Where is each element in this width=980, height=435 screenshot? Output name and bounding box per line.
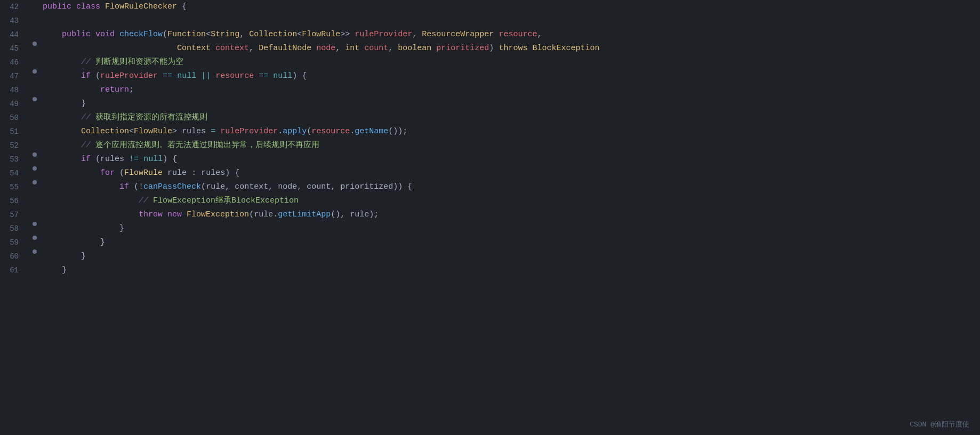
line-number-52: 52: [0, 139, 29, 152]
code-line-46: 46 // 判断规则和资源不能为空: [0, 55, 980, 69]
code-editor: 42 public class FlowRuleChecker { 43 44 …: [0, 0, 980, 277]
line-number-50: 50: [0, 111, 29, 125]
line-content-54: for (FlowRule rule : rules) {: [40, 166, 980, 180]
code-line-54: 54 for (FlowRule rule : rules) {: [0, 166, 980, 180]
gutter-55: [29, 180, 40, 184]
gutter-53: [29, 152, 40, 157]
code-line-43: 43: [0, 14, 980, 28]
code-line-60: 60 }: [0, 249, 980, 263]
line-number-42: 42: [0, 0, 29, 14]
line-number-53: 53: [0, 152, 29, 166]
line-content-45: Context context, DefaultNode node, int c…: [40, 42, 980, 55]
gutter-49: [29, 97, 40, 101]
line-number-51: 51: [0, 125, 29, 139]
line-number-47: 47: [0, 69, 29, 83]
line-content-60: }: [40, 249, 980, 263]
code-line-56: 56 // FlowException继承BlockException: [0, 194, 980, 208]
line-content-42: public class FlowRuleChecker {: [40, 0, 980, 14]
line-number-58: 58: [0, 222, 29, 236]
line-number-45: 45: [0, 42, 29, 55]
code-line-44: 44 public void checkFlow(Function<String…: [0, 28, 980, 42]
code-line-61: 61 }: [0, 263, 980, 277]
line-number-56: 56: [0, 194, 29, 208]
line-content-48: return;: [40, 83, 980, 97]
line-content-52: // 逐个应用流控规则。若无法通过则抛出异常，后续规则不再应用: [40, 139, 980, 152]
line-content-51: Collection<FlowRule> rules = ruleProvide…: [40, 125, 980, 139]
line-number-44: 44: [0, 28, 29, 42]
gutter-59: [29, 236, 40, 240]
gutter-45: [29, 42, 40, 46]
line-content-58: }: [40, 222, 980, 236]
code-line-51: 51 Collection<FlowRule> rules = ruleProv…: [0, 125, 980, 139]
code-line-45: 45 Context context, DefaultNode node, in…: [0, 42, 980, 55]
line-content-47: if (ruleProvider == null || resource == …: [40, 69, 980, 83]
line-content-57: throw new FlowException(rule.getLimitApp…: [40, 208, 980, 222]
line-number-61: 61: [0, 263, 29, 277]
line-content-49: }: [40, 97, 980, 111]
gutter-58: [29, 222, 40, 226]
code-line-48: 48 return;: [0, 83, 980, 97]
code-line-55: 55 if (!canPassCheck(rule, context, node…: [0, 180, 980, 194]
line-number-46: 46: [0, 55, 29, 69]
line-number-55: 55: [0, 180, 29, 194]
gutter-60: [29, 249, 40, 254]
line-content-56: // FlowException继承BlockException: [40, 194, 980, 208]
line-number-43: 43: [0, 14, 29, 28]
line-number-60: 60: [0, 249, 29, 263]
code-line-52: 52 // 逐个应用流控规则。若无法通过则抛出异常，后续规则不再应用: [0, 139, 980, 152]
code-line-47: 47 if (ruleProvider == null || resource …: [0, 69, 980, 83]
line-content-46: // 判断规则和资源不能为空: [40, 55, 980, 69]
code-line-50: 50 // 获取到指定资源的所有流控规则: [0, 111, 980, 125]
watermark-text: CSDN @渔阳节度使: [910, 420, 969, 431]
line-number-54: 54: [0, 166, 29, 180]
code-line-59: 59 }: [0, 236, 980, 249]
gutter-47: [29, 69, 40, 74]
line-number-49: 49: [0, 97, 29, 111]
code-line-57: 57 throw new FlowException(rule.getLimit…: [0, 208, 980, 222]
line-content-50: // 获取到指定资源的所有流控规则: [40, 111, 980, 125]
line-content-53: if (rules != null) {: [40, 152, 980, 166]
line-number-57: 57: [0, 208, 29, 222]
line-content-61: }: [40, 263, 980, 277]
line-content-55: if (!canPassCheck(rule, context, node, c…: [40, 180, 980, 194]
line-content-59: }: [40, 236, 980, 249]
code-line-53: 53 if (rules != null) {: [0, 152, 980, 166]
line-content-44: public void checkFlow(Function<String, C…: [40, 28, 980, 42]
line-number-59: 59: [0, 236, 29, 249]
gutter-54: [29, 166, 40, 171]
code-line-49: 49 }: [0, 97, 980, 111]
line-number-48: 48: [0, 83, 29, 97]
code-line-58: 58 }: [0, 222, 980, 236]
code-line-42: 42 public class FlowRuleChecker {: [0, 0, 980, 14]
